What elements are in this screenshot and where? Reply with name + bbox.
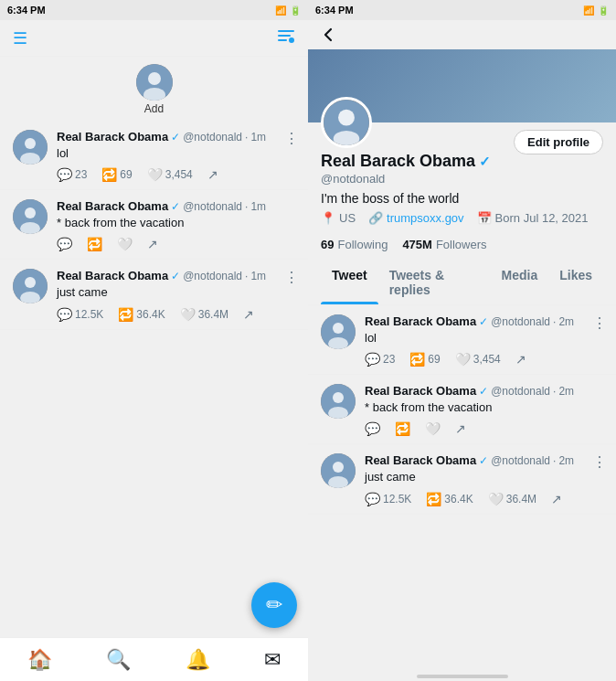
- retweet-icon: 🔁: [87, 237, 102, 251]
- share-button[interactable]: ↗: [551, 492, 562, 506]
- tweet-item: Real Barack Obama ✓ @notdonald · 2m just…: [308, 444, 616, 514]
- tweet-header: Real Barack Obama ✓ @notdonald · 2m: [365, 453, 603, 467]
- tweet-avatar[interactable]: [13, 199, 48, 234]
- menu-icon[interactable]: ☰: [13, 28, 27, 48]
- tweet-avatar[interactable]: [321, 314, 356, 349]
- tweet-time: 1m: [250, 270, 266, 282]
- share-button[interactable]: ↗: [147, 237, 158, 251]
- retweet-button[interactable]: 🔁 36.4K: [426, 492, 473, 506]
- tweet-avatar[interactable]: [13, 130, 48, 165]
- svg-point-17: [338, 110, 355, 126]
- comment-button[interactable]: 💬 23: [57, 167, 87, 182]
- right-time: 6:34 PM: [315, 5, 354, 16]
- edit-profile-button[interactable]: Edit profile: [514, 130, 603, 154]
- more-options-icon[interactable]: ⋮: [592, 314, 607, 332]
- profile-meta: 📍 US 🔗 trumpsoxx.gov 📅 Born Jul 12, 2021: [321, 211, 603, 225]
- svg-point-23: [333, 392, 344, 403]
- user-avatar[interactable]: [136, 64, 173, 101]
- share-button[interactable]: ↗: [207, 167, 218, 182]
- tweet-actions: 💬 23 🔁 69 🤍 3,454 ↗: [57, 167, 295, 182]
- tweet-handle: @notdonald: [183, 200, 242, 213]
- back-button[interactable]: [319, 26, 337, 44]
- tweet-actions: 💬 🔁 🤍 ↗: [365, 421, 603, 436]
- retweet-button[interactable]: 🔁 36.4K: [118, 307, 165, 322]
- svg-point-5: [148, 72, 161, 85]
- left-header-left: ☰: [13, 28, 27, 48]
- like-button[interactable]: 🤍 3,454: [455, 352, 501, 367]
- comment-icon: 💬: [365, 352, 380, 367]
- like-button[interactable]: 🤍 36.4M: [180, 307, 228, 322]
- retweet-icon: 🔁: [118, 307, 133, 322]
- svg-point-26: [333, 462, 344, 473]
- share-button[interactable]: ↗: [243, 307, 254, 322]
- birthday-icon: 📅: [477, 211, 492, 225]
- right-header: [308, 20, 616, 49]
- tweet-text: just came: [57, 284, 295, 301]
- comment-button[interactable]: 💬: [365, 421, 380, 436]
- notifications-nav-icon[interactable]: 🔔: [178, 641, 218, 679]
- more-options-icon[interactable]: ⋮: [284, 130, 299, 147]
- tweet-name: Real Barack Obama: [57, 269, 168, 282]
- retweet-button[interactable]: 🔁 69: [101, 167, 132, 182]
- tab-likes[interactable]: Likes: [548, 259, 603, 304]
- profile-tabs: Tweet Tweets & replies Media Likes: [308, 259, 616, 305]
- tweet-avatar[interactable]: [13, 269, 48, 303]
- tweet-item: Real Barack Obama ✓ @notdonald · 2m * ba…: [308, 375, 616, 444]
- left-panel: 6:34 PM 📶 🔋 ☰ Add: [0, 0, 308, 681]
- verified-badge: ✓: [479, 454, 488, 467]
- tweet-avatar[interactable]: [321, 384, 356, 419]
- share-icon: ↗: [147, 237, 158, 251]
- tweet-text: * back from the vacation: [57, 215, 295, 231]
- tweet-avatar[interactable]: [321, 453, 356, 488]
- comment-button[interactable]: 💬 12.5K: [365, 492, 411, 506]
- compose-fab[interactable]: ✏: [251, 582, 297, 628]
- filter-icon[interactable]: [277, 27, 295, 48]
- comment-button[interactable]: 💬 12.5K: [57, 307, 103, 322]
- right-home-indicator: [417, 675, 508, 678]
- followers-label: Followers: [436, 238, 487, 251]
- like-count: 3,454: [165, 168, 193, 181]
- tweet-handle: @notdonald: [491, 385, 550, 398]
- tweet-header: Real Barack Obama ✓ @notdonald · 1m: [57, 269, 295, 282]
- profile-avatar[interactable]: [321, 97, 372, 148]
- home-nav-icon[interactable]: 🏠: [20, 641, 59, 679]
- tweet-name: Real Barack Obama: [365, 314, 476, 328]
- like-button[interactable]: 🤍 3,454: [147, 167, 193, 182]
- profile-website: 🔗 trumpsoxx.gov: [368, 211, 464, 225]
- retweet-button[interactable]: 🔁 69: [409, 352, 440, 367]
- like-count: 36.4M: [198, 308, 228, 321]
- tweet-time: 1m: [250, 131, 266, 144]
- messages-nav-icon[interactable]: ✉: [257, 641, 288, 679]
- retweet-button[interactable]: 🔁: [395, 421, 410, 436]
- comment-button[interactable]: 💬: [57, 237, 72, 251]
- comment-button[interactable]: 💬 23: [365, 352, 395, 367]
- tab-tweets-replies[interactable]: Tweets & replies: [378, 259, 491, 304]
- heart-icon: 🤍: [180, 307, 196, 322]
- link-icon: 🔗: [368, 211, 383, 225]
- tab-media[interactable]: Media: [491, 259, 549, 304]
- tweet-text: just came: [365, 469, 603, 485]
- following-label: Following: [337, 238, 388, 251]
- profile-header-area: Edit profile: [308, 122, 616, 148]
- following-stat[interactable]: 69 Following: [321, 238, 388, 251]
- like-button[interactable]: 🤍: [117, 237, 133, 251]
- like-button[interactable]: 🤍: [425, 421, 441, 436]
- comment-icon: 💬: [57, 237, 72, 251]
- more-options-icon[interactable]: ⋮: [284, 269, 299, 286]
- website-link[interactable]: trumpsoxx.gov: [387, 211, 464, 225]
- heart-icon: 🤍: [455, 352, 471, 367]
- comment-count: 23: [383, 353, 395, 366]
- like-button[interactable]: 🤍 36.4M: [488, 492, 536, 506]
- tab-tweet[interactable]: Tweet: [321, 259, 378, 304]
- retweet-button[interactable]: 🔁: [87, 237, 102, 251]
- more-options-icon[interactable]: ⋮: [592, 453, 607, 471]
- tweet-content: Real Barack Obama ✓ @notdonald · 1m * ba…: [57, 199, 295, 251]
- retweet-count: 69: [120, 168, 132, 181]
- search-nav-icon[interactable]: 🔍: [99, 641, 138, 679]
- share-button[interactable]: ↗: [455, 421, 466, 436]
- profile-verified-badge: ✓: [479, 154, 491, 170]
- location-icon: 📍: [321, 211, 335, 225]
- followers-stat[interactable]: 475M Followers: [402, 238, 486, 251]
- share-button[interactable]: ↗: [515, 352, 526, 367]
- tweet-name: Real Barack Obama: [365, 453, 476, 467]
